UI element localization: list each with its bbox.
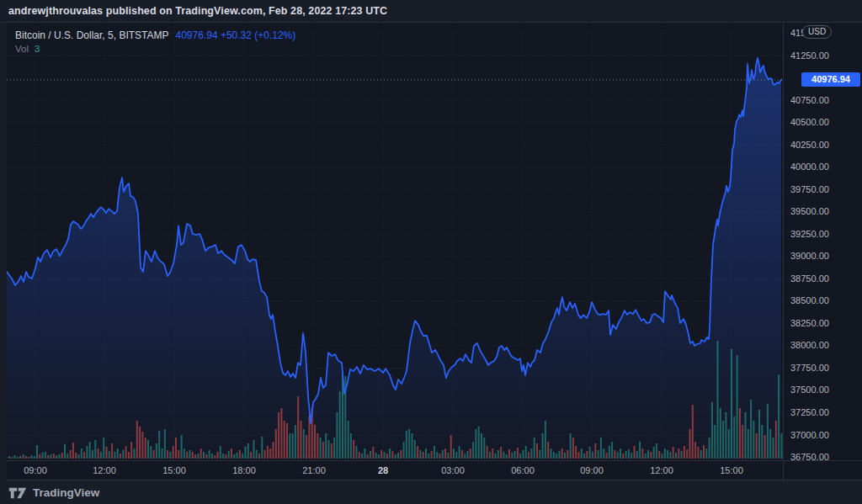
volume-bar [542, 433, 544, 459]
volume-bar [423, 452, 424, 459]
volume-bar [275, 429, 277, 459]
volume-bar [773, 438, 774, 459]
volume-bar [498, 450, 499, 459]
volume-bar [711, 402, 713, 459]
volume-bar [581, 448, 583, 459]
volume-bar [228, 451, 230, 459]
volume-bar [378, 454, 380, 459]
volume-bar [256, 450, 258, 459]
chart-canvas[interactable] [0, 23, 783, 460]
volume-bar [653, 447, 655, 459]
volume-bar [742, 425, 743, 459]
volume-bar [628, 449, 630, 459]
volume-bar [145, 438, 146, 459]
volume-bar [209, 450, 210, 459]
volume-bar [339, 391, 341, 459]
volume-bar [506, 454, 508, 459]
price-axis-label: 40000.00 [790, 162, 829, 172]
publisher-text: andrewjthrouvalas published on TradingVi… [8, 5, 387, 17]
tradingview-logo[interactable]: TradingView [8, 486, 99, 500]
volume-bar [367, 454, 369, 459]
volume-bar [361, 454, 363, 459]
price-axis-label: 39750.00 [790, 184, 829, 194]
volume-bar [92, 450, 93, 459]
volume-bar [83, 452, 85, 459]
volume-bar [350, 433, 352, 459]
volume-bar [117, 448, 119, 459]
volume-bar [662, 454, 663, 459]
volume-bar [162, 448, 163, 459]
volume-bar [500, 447, 502, 459]
volume-bar [536, 443, 538, 459]
price-axis-label: 39250.00 [790, 229, 829, 239]
volume-bar [686, 449, 688, 459]
volume-bar [364, 448, 365, 459]
volume-legend[interactable]: Vol3 [15, 41, 40, 56]
volume-bar [353, 440, 354, 459]
volume-bar [714, 425, 716, 459]
volume-bar [511, 453, 513, 459]
tradingview-logo-icon [8, 486, 27, 500]
volume-bar [8, 456, 10, 459]
volume-bar [222, 454, 224, 459]
volume-bar [442, 450, 444, 459]
volume-bar [317, 433, 318, 459]
volume-bar [534, 438, 535, 459]
volume-bar [737, 355, 738, 459]
volume-bar [636, 451, 638, 459]
volume-bar [336, 412, 338, 459]
chart-legend[interactable]: Bitcoin / U.S. Dollar, 5, BITSTAMP40976.… [15, 27, 295, 43]
volume-bar [722, 421, 724, 459]
current-price-tag: 40976.94 [801, 72, 860, 87]
price-axis-label: 36750.00 [790, 452, 829, 462]
volume-bar [647, 450, 649, 459]
time-axis-label: 03:00 [441, 465, 465, 475]
volume-bar [286, 423, 288, 459]
volume-bar [103, 438, 104, 459]
volume-bar [258, 454, 260, 459]
volume-bar [558, 451, 560, 459]
symbol-title[interactable]: Bitcoin / U.S. Dollar, 5, BITSTAMP [15, 29, 169, 41]
volume-bar [764, 435, 766, 459]
time-axis-label: 09:00 [24, 465, 47, 475]
time-axis-label: 18:00 [232, 465, 256, 475]
time-axis[interactable]: 09:0012:0015:0018:0021:002803:0006:0009:… [7, 461, 783, 481]
volume-bar [758, 410, 760, 459]
volume-bar [136, 421, 138, 459]
volume-bar [47, 455, 49, 459]
volume-bar [481, 433, 482, 459]
volume-bar [94, 440, 96, 459]
volume-bar [53, 454, 55, 459]
volume-bar [447, 453, 449, 459]
volume-bar [606, 453, 608, 459]
volume-label: Vol [15, 44, 29, 54]
volume-bar [750, 400, 752, 459]
volume-bar [414, 440, 416, 459]
time-axis-label: 06:00 [511, 465, 535, 475]
volume-bar [100, 452, 102, 459]
volume-bar [30, 455, 32, 459]
currency-toggle-badge[interactable]: USD [802, 25, 832, 39]
volume-bar [720, 408, 721, 459]
volume-bar [517, 448, 519, 459]
volume-bar [739, 408, 741, 459]
volume-bar [253, 440, 254, 459]
volume-bar [86, 446, 88, 459]
volume-bar [153, 450, 155, 459]
volume-bar [425, 448, 427, 459]
volume-bar [348, 421, 349, 459]
volume-bar [81, 448, 82, 459]
price-axis-label: 37000.00 [790, 430, 829, 440]
volume-bar [444, 448, 446, 459]
volume-bar [380, 450, 382, 459]
volume-bar [709, 438, 710, 459]
volume-bar [217, 452, 219, 459]
volume-bar [114, 452, 115, 459]
price-axis-label: 41250.00 [790, 50, 829, 61]
volume-bar [397, 453, 399, 459]
volume-bar [472, 442, 474, 459]
volume-bar [748, 429, 749, 459]
volume-bar [269, 448, 271, 459]
price-axis[interactable]: 41500.0041250.0040750.0040500.0040250.00… [784, 23, 862, 460]
volume-bar [645, 454, 646, 459]
